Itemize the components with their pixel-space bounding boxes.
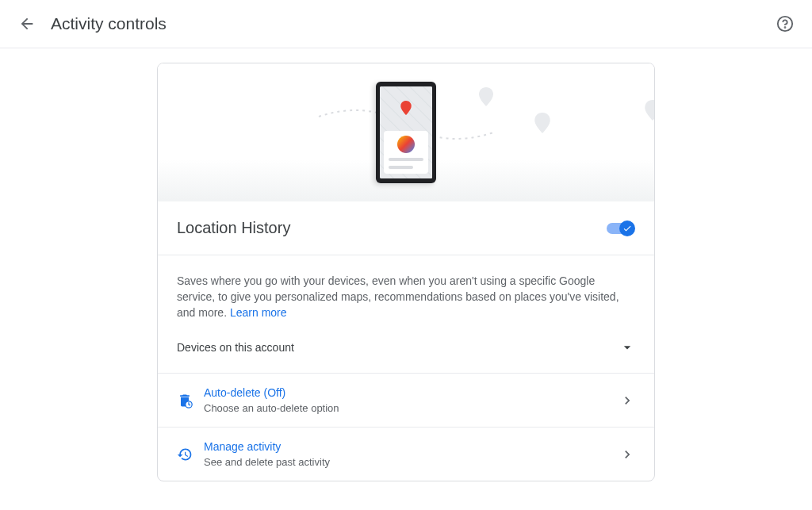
check-icon xyxy=(619,220,635,236)
help-icon[interactable] xyxy=(776,14,795,33)
manage-activity-row[interactable]: Manage activity See and delete past acti… xyxy=(158,428,654,481)
header-left: Activity controls xyxy=(17,14,167,33)
action-content: Manage activity See and delete past acti… xyxy=(204,440,608,468)
chevron-right-icon xyxy=(619,447,635,462)
page-title: Activity controls xyxy=(51,14,167,33)
auto-delete-row[interactable]: Auto-delete (Off) Choose an auto-delete … xyxy=(158,374,654,428)
chevron-down-icon xyxy=(619,339,635,355)
auto-delete-icon xyxy=(177,393,193,408)
action-title: Auto-delete (Off) xyxy=(204,386,608,399)
content-area: Location History Saves where you go with… xyxy=(0,48,812,481)
back-arrow-icon[interactable] xyxy=(17,14,36,33)
section-title: Location History xyxy=(177,219,290,237)
action-content: Auto-delete (Off) Choose an auto-delete … xyxy=(204,386,608,414)
action-subtitle: See and delete past activity xyxy=(204,456,608,468)
action-title: Manage activity xyxy=(204,440,608,453)
map-pin-icon xyxy=(645,100,655,124)
map-pin-icon xyxy=(479,87,493,109)
location-history-toggle[interactable] xyxy=(607,220,635,236)
phone-illustration xyxy=(376,82,436,183)
history-icon xyxy=(177,447,193,462)
action-subtitle: Choose an auto-delete option xyxy=(204,402,608,414)
illustration-panel xyxy=(158,63,654,201)
location-history-header: Location History xyxy=(158,201,654,255)
svg-point-1 xyxy=(785,27,786,28)
description-text: Saves where you go with your devices, ev… xyxy=(177,273,635,320)
devices-expand-row[interactable]: Devices on this account xyxy=(177,320,635,355)
description-section: Saves where you go with your devices, ev… xyxy=(158,255,654,374)
red-pin-icon xyxy=(400,101,412,118)
location-history-card: Location History Saves where you go with… xyxy=(157,63,655,481)
learn-more-link[interactable]: Learn more xyxy=(230,306,287,319)
app-header: Activity controls xyxy=(0,0,812,48)
chevron-right-icon xyxy=(619,393,635,408)
map-pin-icon xyxy=(534,113,550,136)
devices-label: Devices on this account xyxy=(177,341,294,354)
